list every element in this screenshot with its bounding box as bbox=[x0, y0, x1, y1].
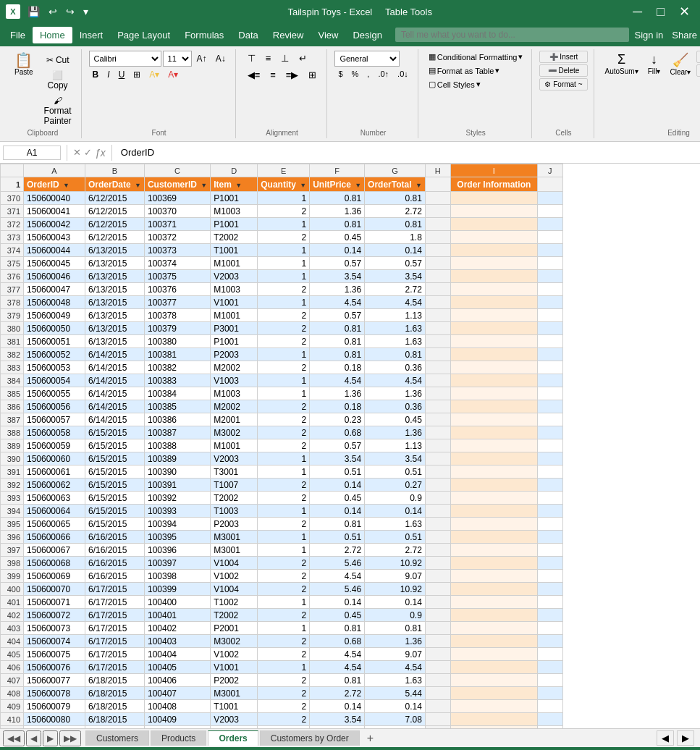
decrease-decimal-button[interactable]: .0↓ bbox=[394, 68, 412, 80]
fill-color-button[interactable]: A▾ bbox=[146, 68, 163, 81]
cell-b-402[interactable]: 6/17/2015 bbox=[85, 609, 145, 622]
align-bottom-button[interactable]: ⊥ bbox=[277, 51, 293, 66]
cell-c-403[interactable]: 100402 bbox=[144, 622, 210, 635]
menu-design[interactable]: Design bbox=[345, 27, 389, 43]
cell-e-387[interactable]: 2 bbox=[258, 413, 310, 426]
cell-a-399[interactable]: 150600069 bbox=[24, 570, 85, 583]
tab-orders[interactable]: Orders bbox=[208, 730, 258, 746]
cell-d-373[interactable]: T2002 bbox=[211, 231, 258, 244]
menu-data[interactable]: Data bbox=[231, 27, 265, 43]
decrease-font-button[interactable]: A↓ bbox=[212, 52, 229, 65]
cell-g-374[interactable]: 0.14 bbox=[365, 244, 426, 257]
cell-b-373[interactable]: 6/12/2015 bbox=[85, 231, 145, 244]
cell-a-385[interactable]: 150600055 bbox=[24, 387, 85, 400]
cell-d-397[interactable]: M3001 bbox=[211, 544, 258, 557]
add-sheet-button[interactable]: + bbox=[361, 732, 379, 745]
cell-d-400[interactable]: V1004 bbox=[211, 583, 258, 596]
cell-d-389[interactable]: M1001 bbox=[211, 439, 258, 452]
cell-a-397[interactable]: 150600067 bbox=[24, 544, 85, 557]
cell-e-400[interactable]: 2 bbox=[258, 583, 310, 596]
cell-d-407[interactable]: P2002 bbox=[211, 674, 258, 687]
formula-function-icon[interactable]: ƒx bbox=[95, 147, 106, 159]
cell-f-399[interactable]: 4.54 bbox=[310, 570, 365, 583]
formula-input[interactable] bbox=[118, 146, 697, 159]
header-quantity[interactable]: Quantity ▼ bbox=[258, 177, 310, 192]
cell-f-380[interactable]: 0.81 bbox=[310, 322, 365, 335]
menu-page-layout[interactable]: Page Layout bbox=[110, 27, 177, 43]
cell-b-383[interactable]: 6/14/2015 bbox=[85, 361, 145, 374]
header-ordertotal[interactable]: OrderTotal ▼ bbox=[365, 177, 426, 192]
cell-c-388[interactable]: 100387 bbox=[144, 426, 210, 439]
italic-button[interactable]: I bbox=[104, 68, 113, 81]
underline-button[interactable]: U bbox=[115, 68, 129, 81]
cell-d-375[interactable]: M1001 bbox=[211, 257, 258, 270]
sheet-scroll-left[interactable]: ◀ bbox=[657, 730, 674, 746]
cell-g-379[interactable]: 1.13 bbox=[365, 309, 426, 322]
cell-c-398[interactable]: 100397 bbox=[144, 557, 210, 570]
cell-g-400[interactable]: 10.92 bbox=[365, 583, 426, 596]
cell-g-376[interactable]: 3.54 bbox=[365, 270, 426, 283]
cell-i-374[interactable] bbox=[450, 244, 537, 257]
cell-d-378[interactable]: V1001 bbox=[211, 296, 258, 309]
cell-d-401[interactable]: T1002 bbox=[211, 596, 258, 609]
cell-b-401[interactable]: 6/17/2015 bbox=[85, 596, 145, 609]
cell-f-393[interactable]: 0.45 bbox=[310, 492, 365, 505]
name-box[interactable] bbox=[3, 146, 61, 160]
col-header-a[interactable]: A bbox=[24, 164, 85, 177]
cell-c-396[interactable]: 100395 bbox=[144, 531, 210, 544]
cell-b-410[interactable]: 6/18/2015 bbox=[85, 713, 145, 726]
cell-i-400[interactable] bbox=[450, 583, 537, 596]
cell-b-396[interactable]: 6/16/2015 bbox=[85, 531, 145, 544]
align-right-button[interactable]: ≡▶ bbox=[282, 67, 303, 83]
cell-b-389[interactable]: 6/15/2015 bbox=[85, 439, 145, 452]
cell-c-390[interactable]: 100389 bbox=[144, 452, 210, 465]
cell-e-399[interactable]: 2 bbox=[258, 570, 310, 583]
cell-d-372[interactable]: P1001 bbox=[211, 218, 258, 231]
cell-b-390[interactable]: 6/15/2015 bbox=[85, 452, 145, 465]
sheet-scroll-right[interactable]: ▶ bbox=[677, 730, 694, 746]
cell-b-372[interactable]: 6/12/2015 bbox=[85, 218, 145, 231]
cell-b-408[interactable]: 6/18/2015 bbox=[85, 687, 145, 700]
cell-c-376[interactable]: 100375 bbox=[144, 270, 210, 283]
cell-e-391[interactable]: 1 bbox=[258, 465, 310, 479]
cell-c-392[interactable]: 100391 bbox=[144, 479, 210, 492]
redo-button[interactable]: ↪ bbox=[63, 4, 77, 19]
cell-i-381[interactable] bbox=[450, 335, 537, 348]
cell-i-388[interactable] bbox=[450, 426, 537, 439]
cell-a-408[interactable]: 150600078 bbox=[24, 687, 85, 700]
cell-d-405[interactable]: V1002 bbox=[211, 648, 258, 661]
cell-a-373[interactable]: 150600043 bbox=[24, 231, 85, 244]
tab-nav-last[interactable]: ▶▶ bbox=[59, 730, 81, 746]
cell-d-384[interactable]: V1003 bbox=[211, 374, 258, 387]
cell-c-405[interactable]: 100404 bbox=[144, 648, 210, 661]
cell-f-372[interactable]: 0.81 bbox=[310, 218, 365, 231]
cell-a-393[interactable]: 150600063 bbox=[24, 492, 85, 505]
cell-a-391[interactable]: 150600061 bbox=[24, 465, 85, 479]
maximize-button[interactable]: □ bbox=[652, 4, 669, 20]
filter-customerid-icon[interactable]: ▼ bbox=[201, 182, 207, 189]
cell-d-410[interactable]: V2003 bbox=[211, 713, 258, 726]
cell-c-410[interactable]: 100409 bbox=[144, 713, 210, 726]
menu-home[interactable]: Home bbox=[33, 27, 72, 43]
cell-i-375[interactable] bbox=[450, 257, 537, 270]
cell-f-410[interactable]: 3.54 bbox=[310, 713, 365, 726]
cell-i-384[interactable] bbox=[450, 374, 537, 387]
bold-button[interactable]: B bbox=[89, 68, 103, 81]
cell-c-379[interactable]: 100378 bbox=[144, 309, 210, 322]
col-header-j[interactable]: J bbox=[537, 164, 562, 177]
cell-f-397[interactable]: 2.72 bbox=[310, 544, 365, 557]
header-unitprice[interactable]: UnitPrice ▼ bbox=[310, 177, 365, 192]
cell-f-392[interactable]: 0.14 bbox=[310, 479, 365, 492]
cell-a-398[interactable]: 150600068 bbox=[24, 557, 85, 570]
cell-f-401[interactable]: 0.14 bbox=[310, 596, 365, 609]
cell-i-391[interactable] bbox=[450, 465, 537, 479]
cell-a-387[interactable]: 150600057 bbox=[24, 413, 85, 426]
cell-e-392[interactable]: 2 bbox=[258, 479, 310, 492]
cell-e-373[interactable]: 2 bbox=[258, 231, 310, 244]
cell-b-404[interactable]: 6/17/2015 bbox=[85, 635, 145, 648]
cell-a-400[interactable]: 150600070 bbox=[24, 583, 85, 596]
cell-e-375[interactable]: 1 bbox=[258, 257, 310, 270]
cell-g-403[interactable]: 0.81 bbox=[365, 622, 426, 635]
align-middle-button[interactable]: ≡ bbox=[261, 51, 276, 66]
cell-f-378[interactable]: 4.54 bbox=[310, 296, 365, 309]
